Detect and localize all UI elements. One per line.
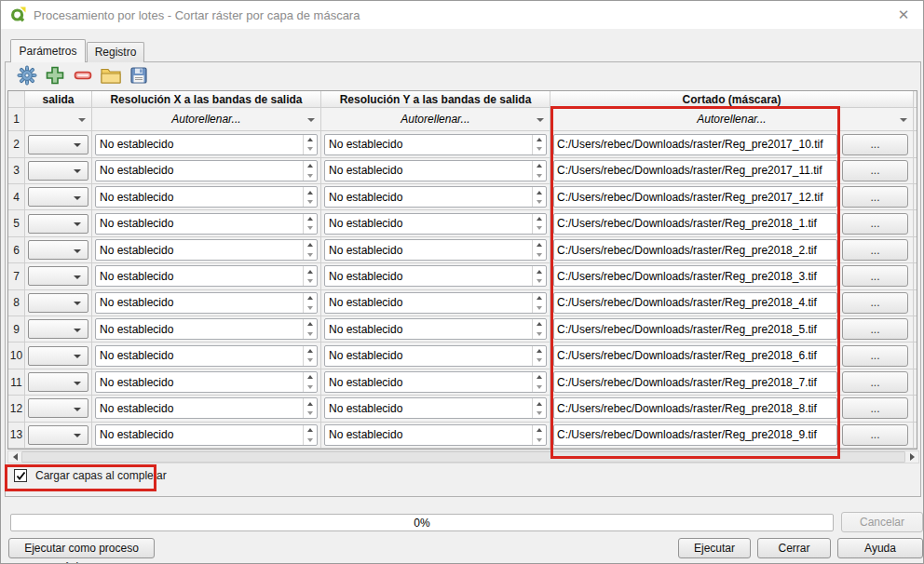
res-x-spinbox[interactable]: No establecido bbox=[95, 265, 318, 287]
scroll-right-icon[interactable] bbox=[905, 451, 918, 463]
res-y-spinbox[interactable]: No establecido bbox=[324, 134, 547, 155]
output-combobox[interactable] bbox=[28, 161, 88, 181]
browse-button[interactable]: ... bbox=[842, 424, 908, 446]
output-combobox[interactable] bbox=[28, 319, 88, 339]
output-combobox[interactable] bbox=[28, 398, 88, 418]
horizontal-scrollbar[interactable] bbox=[7, 450, 919, 463]
spin-up-icon[interactable] bbox=[304, 187, 317, 197]
spin-down-icon[interactable] bbox=[533, 329, 546, 340]
mask-autofill-combobox[interactable]: Autorellenar... bbox=[550, 108, 913, 130]
tab-parameters[interactable]: Parámetros bbox=[10, 39, 86, 62]
spin-down-icon[interactable] bbox=[533, 144, 546, 154]
spin-down-icon[interactable] bbox=[304, 276, 317, 287]
res-y-autofill-combobox[interactable]: Autorellenar... bbox=[321, 108, 550, 130]
res-x-spinbox[interactable]: No establecido bbox=[95, 186, 318, 208]
spinner-buttons[interactable] bbox=[532, 187, 546, 207]
spinner-buttons[interactable] bbox=[532, 425, 546, 445]
res-x-spinbox[interactable]: No establecido bbox=[95, 292, 318, 314]
spinner-buttons[interactable] bbox=[303, 319, 317, 339]
close-button[interactable]: Cerrar bbox=[757, 538, 831, 558]
tab-log[interactable]: Registro bbox=[87, 42, 144, 62]
spin-up-icon[interactable] bbox=[304, 266, 317, 276]
spin-down-icon[interactable] bbox=[533, 356, 546, 366]
res-x-spinbox[interactable]: No establecido bbox=[95, 160, 318, 181]
spinner-buttons[interactable] bbox=[303, 214, 317, 234]
mask-path-input[interactable] bbox=[553, 292, 837, 314]
output-combobox[interactable] bbox=[28, 372, 88, 392]
mask-path-input[interactable] bbox=[553, 160, 837, 181]
mask-path-input[interactable] bbox=[553, 134, 837, 155]
res-y-spinbox[interactable]: No establecido bbox=[324, 424, 547, 446]
spinner-buttons[interactable] bbox=[532, 372, 546, 392]
open-batch-button[interactable] bbox=[101, 65, 121, 86]
spin-up-icon[interactable] bbox=[533, 214, 546, 224]
browse-button[interactable]: ... bbox=[842, 371, 908, 393]
spin-up-icon[interactable] bbox=[533, 135, 546, 145]
browse-button[interactable]: ... bbox=[842, 134, 908, 155]
spin-up-icon[interactable] bbox=[304, 161, 317, 171]
spin-up-icon[interactable] bbox=[304, 346, 317, 356]
spinner-buttons[interactable] bbox=[303, 135, 317, 154]
res-x-spinbox[interactable]: No establecido bbox=[95, 424, 318, 446]
spin-down-icon[interactable] bbox=[533, 250, 546, 261]
spinner-buttons[interactable] bbox=[532, 266, 546, 286]
spin-up-icon[interactable] bbox=[304, 293, 317, 303]
scrollbar-thumb[interactable] bbox=[21, 451, 905, 463]
spin-down-icon[interactable] bbox=[304, 197, 317, 208]
scroll-left-icon[interactable] bbox=[8, 451, 21, 463]
browse-button[interactable]: ... bbox=[842, 160, 908, 181]
spin-down-icon[interactable] bbox=[533, 223, 546, 234]
spin-down-icon[interactable] bbox=[533, 409, 546, 419]
output-combobox[interactable] bbox=[28, 214, 88, 234]
spin-down-icon[interactable] bbox=[533, 170, 546, 181]
mask-path-input[interactable] bbox=[553, 265, 837, 287]
res-y-spinbox[interactable]: No establecido bbox=[324, 186, 547, 208]
res-y-spinbox[interactable]: No establecido bbox=[324, 239, 547, 261]
res-x-spinbox[interactable]: No establecido bbox=[95, 318, 318, 340]
res-x-autofill-combobox[interactable]: Autorellenar... bbox=[92, 108, 320, 130]
spinner-buttons[interactable] bbox=[532, 214, 546, 234]
res-x-spinbox[interactable]: No establecido bbox=[95, 345, 318, 367]
remove-row-button[interactable] bbox=[73, 65, 93, 86]
res-y-spinbox[interactable]: No establecido bbox=[324, 371, 547, 393]
output-combobox[interactable] bbox=[28, 346, 88, 366]
output-combobox[interactable] bbox=[28, 187, 88, 207]
mask-path-input[interactable] bbox=[553, 371, 837, 393]
browse-button[interactable]: ... bbox=[842, 265, 908, 287]
spin-up-icon[interactable] bbox=[304, 319, 317, 329]
res-y-spinbox[interactable]: No establecido bbox=[324, 265, 547, 287]
spinner-buttons[interactable] bbox=[532, 161, 546, 181]
spinner-buttons[interactable] bbox=[303, 372, 317, 392]
spin-up-icon[interactable] bbox=[304, 398, 317, 409]
res-x-spinbox[interactable]: No establecido bbox=[95, 239, 318, 261]
spin-up-icon[interactable] bbox=[533, 161, 546, 171]
spinner-buttons[interactable] bbox=[303, 240, 317, 260]
res-y-spinbox[interactable]: No establecido bbox=[324, 160, 547, 181]
spin-up-icon[interactable] bbox=[533, 425, 546, 436]
output-combobox[interactable] bbox=[28, 266, 88, 286]
res-y-spinbox[interactable]: No establecido bbox=[324, 397, 547, 419]
spinner-buttons[interactable] bbox=[303, 398, 317, 418]
mask-path-input[interactable] bbox=[553, 424, 837, 446]
spin-down-icon[interactable] bbox=[304, 170, 317, 181]
mask-path-input[interactable] bbox=[553, 397, 837, 419]
res-y-spinbox[interactable]: No establecido bbox=[324, 318, 547, 340]
spin-down-icon[interactable] bbox=[304, 302, 317, 313]
browse-button[interactable]: ... bbox=[842, 186, 908, 208]
spin-up-icon[interactable] bbox=[533, 319, 546, 329]
spinner-buttons[interactable] bbox=[303, 187, 317, 207]
spin-up-icon[interactable] bbox=[533, 346, 546, 356]
browse-button[interactable]: ... bbox=[842, 213, 908, 235]
run-as-single-process-button[interactable]: Ejecutar como proceso único... bbox=[8, 538, 155, 558]
save-batch-button[interactable] bbox=[129, 65, 149, 86]
output-combobox[interactable] bbox=[28, 425, 88, 445]
spin-down-icon[interactable] bbox=[533, 197, 546, 208]
spinner-buttons[interactable] bbox=[303, 161, 317, 181]
load-layers-checkbox-row[interactable]: Cargar capas al completar bbox=[14, 469, 167, 482]
res-x-spinbox[interactable]: No establecido bbox=[95, 371, 318, 393]
spin-down-icon[interactable] bbox=[533, 302, 546, 313]
res-x-spinbox[interactable]: No establecido bbox=[95, 397, 318, 419]
browse-button[interactable]: ... bbox=[842, 345, 908, 367]
close-window-button[interactable]: ✕ bbox=[894, 6, 913, 24]
res-y-spinbox[interactable]: No establecido bbox=[324, 292, 547, 314]
